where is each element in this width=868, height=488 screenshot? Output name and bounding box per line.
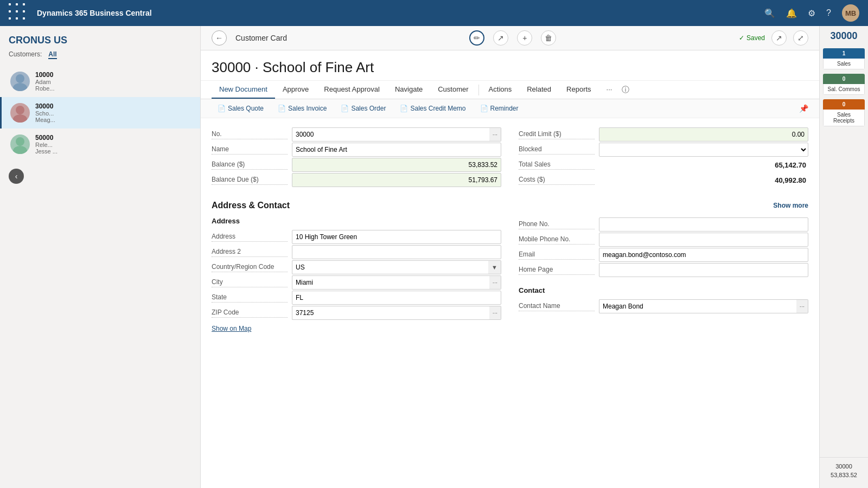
- tab-related[interactable]: Related: [519, 81, 559, 99]
- phone-input[interactable]: [599, 217, 808, 232]
- sales-stat-card[interactable]: 1 Sales: [823, 48, 865, 69]
- tab-actions[interactable]: Actions: [481, 81, 520, 99]
- address-label: Address: [212, 233, 288, 242]
- contact-name-container: ···: [599, 299, 808, 313]
- sales-quote-icon: 📄: [218, 105, 226, 112]
- filter-all[interactable]: All: [48, 50, 56, 59]
- customer-info-2: 30000 Scho... Meag...: [35, 102, 192, 123]
- customer-item-3[interactable]: 50000 Rele... Jesse ...: [0, 129, 200, 160]
- blocked-select[interactable]: Ship Invoice All: [599, 143, 808, 157]
- costs-label: Costs ($): [519, 176, 595, 185]
- checkmark-icon: ✓: [739, 34, 744, 42]
- search-icon[interactable]: 🔍: [764, 8, 775, 18]
- tab-approve[interactable]: Approve: [275, 81, 316, 99]
- back-button[interactable]: ←: [212, 30, 227, 46]
- stats-bottom-number: 30000: [824, 462, 864, 471]
- share-button[interactable]: ↗: [493, 30, 508, 46]
- customer-item-selected[interactable]: 30000 Scho... Meag...: [0, 97, 200, 129]
- stats-bottom-amount: 53,833.52: [824, 471, 864, 479]
- pin-button[interactable]: 📌: [799, 104, 808, 113]
- costs-value: 40,992.80: [599, 176, 808, 184]
- balance-input[interactable]: [292, 158, 501, 172]
- form-area: No. ··· Name Balance ($): [201, 118, 819, 488]
- add-button[interactable]: +: [517, 30, 532, 46]
- tab-request-approval[interactable]: Request Approval: [316, 81, 387, 99]
- country-dropdown-button[interactable]: ▼: [488, 260, 501, 274]
- sub-tab-sales-credit-memo[interactable]: 📄 Sales Credit Memo: [394, 101, 471, 115]
- contact-subsection-title: Contact: [519, 286, 808, 294]
- gear-icon[interactable]: ⚙: [808, 8, 815, 18]
- svg-point-1: [13, 83, 27, 91]
- zip-lookup-button[interactable]: ···: [489, 306, 501, 320]
- open-external-button[interactable]: ↗: [771, 30, 787, 46]
- saved-status: ✓ Saved: [739, 34, 765, 42]
- sidebar-filter: Customers: All: [0, 50, 200, 66]
- edit-button[interactable]: ✏: [469, 30, 484, 46]
- form-left-column: No. ··· Name Balance ($): [212, 127, 501, 188]
- name-input[interactable]: [292, 143, 501, 157]
- tab-navigate[interactable]: Navigate: [387, 81, 430, 99]
- credit-memo-stat-card[interactable]: 0 Sal. Commos: [823, 74, 865, 95]
- balance-due-input[interactable]: [292, 173, 501, 187]
- address-subsection-title: Address: [212, 217, 501, 225]
- nav-arrows: ‹: [0, 164, 200, 188]
- address-input[interactable]: [292, 230, 501, 244]
- city-input[interactable]: [292, 275, 489, 290]
- homepage-label: Home Page: [519, 266, 595, 275]
- sub-tab-sales-invoice[interactable]: 📄 Sales Invoice: [272, 101, 333, 115]
- country-input[interactable]: [292, 260, 488, 274]
- sales-stat-header: 1: [823, 48, 865, 59]
- customer-avatar-3: [10, 134, 30, 154]
- city-lookup-button[interactable]: ···: [489, 275, 501, 290]
- show-on-map-link[interactable]: Show on Map: [212, 325, 251, 332]
- credit-limit-input[interactable]: [599, 127, 808, 142]
- customer-item[interactable]: 10000 Adam Robe...: [0, 66, 200, 97]
- email-input[interactable]: [599, 248, 808, 262]
- app-title: Dynamics 365 Business Central: [37, 9, 152, 17]
- sub-tab-reminder[interactable]: 📄 Reminder: [474, 101, 525, 115]
- credit-memo-stat-body: Sal. Commos: [823, 84, 865, 95]
- no-input[interactable]: [292, 127, 489, 142]
- address2-input[interactable]: [292, 245, 501, 259]
- tab-customer[interactable]: Customer: [430, 81, 476, 99]
- email-label: Email: [519, 251, 595, 260]
- contact-name-input[interactable]: [599, 299, 796, 313]
- homepage-input[interactable]: [599, 263, 808, 277]
- tab-reports[interactable]: Reports: [559, 81, 599, 99]
- bell-icon[interactable]: 🔔: [786, 8, 797, 18]
- state-label: State: [212, 293, 288, 303]
- sub-tab-sales-order[interactable]: 📄 Sales Order: [335, 101, 392, 115]
- form-grid: No. ··· Name Balance ($): [212, 127, 808, 188]
- receipts-stat-header: 0: [823, 99, 865, 110]
- top-navigation: Dynamics 365 Business Central 🔍 🔔 ⚙ ? MB: [0, 0, 868, 26]
- customer-avatar-2: [10, 103, 30, 123]
- svg-point-3: [13, 114, 27, 123]
- delete-button[interactable]: 🗑: [541, 30, 556, 46]
- state-input[interactable]: [292, 291, 501, 305]
- main-layout: CRONUS US Customers: All 10000 Adam Robe…: [0, 26, 868, 488]
- customers-sidebar: CRONUS US Customers: All 10000 Adam Robe…: [0, 26, 201, 488]
- tab-more[interactable]: ···: [599, 81, 620, 99]
- sidebar-title: CRONUS US: [0, 35, 200, 50]
- city-row: City ···: [212, 275, 501, 290]
- no-lookup-button[interactable]: ···: [489, 127, 501, 142]
- show-more-link[interactable]: Show more: [773, 202, 808, 209]
- customers-label: Customers:: [9, 50, 42, 59]
- tab-new-document[interactable]: New Document: [212, 81, 275, 99]
- mobile-input[interactable]: [599, 233, 808, 247]
- user-avatar[interactable]: MB: [842, 4, 859, 22]
- customer-avatar-1: [10, 72, 30, 91]
- zip-input[interactable]: [292, 306, 489, 320]
- receipts-stat-card[interactable]: 0 Sales Receipts: [823, 99, 865, 126]
- info-icon[interactable]: ⓘ: [622, 85, 629, 95]
- app-grid-icon[interactable]: [9, 3, 28, 23]
- city-label: City: [212, 278, 288, 287]
- sub-tab-sales-quote[interactable]: 📄 Sales Quote: [212, 101, 270, 115]
- help-icon[interactable]: ?: [826, 8, 831, 18]
- contact-name-lookup-button[interactable]: ···: [796, 299, 808, 313]
- no-row: No. ···: [212, 127, 501, 142]
- country-container: ▼: [292, 260, 501, 274]
- state-row: State: [212, 290, 501, 305]
- fullscreen-button[interactable]: ⤢: [793, 30, 808, 46]
- prev-arrow-button[interactable]: ‹: [9, 169, 24, 184]
